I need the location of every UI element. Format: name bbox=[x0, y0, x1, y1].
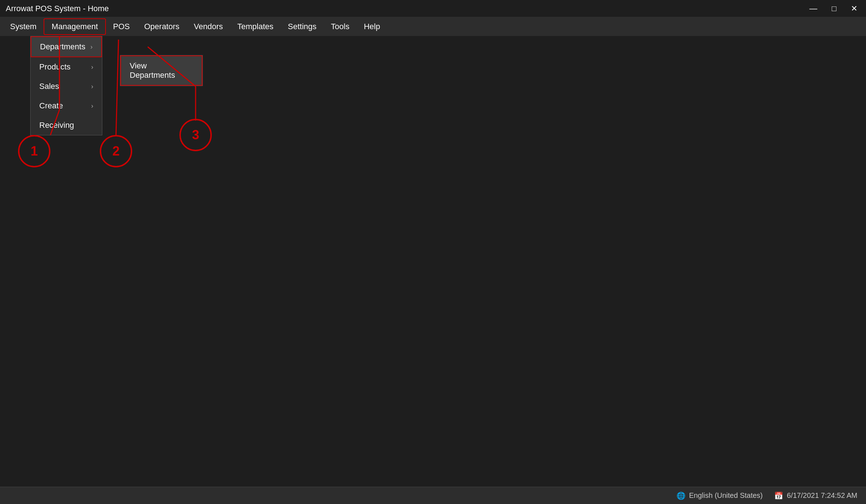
datetime-text: 6/17/2021 7:24:52 AM bbox=[787, 491, 857, 500]
calendar-icon: 📅 bbox=[774, 491, 783, 500]
receiving-label: Receiving bbox=[39, 121, 74, 130]
language-icon: 🌐 bbox=[677, 491, 686, 500]
title-bar: Arrowat POS System - Home — □ ✕ bbox=[0, 0, 866, 17]
svg-line-2 bbox=[116, 40, 119, 135]
minimize-button[interactable]: — bbox=[807, 3, 820, 15]
menu-item-system[interactable]: System bbox=[3, 19, 44, 34]
menu-item-tools[interactable]: Tools bbox=[324, 19, 357, 34]
sales-chevron: › bbox=[91, 83, 93, 90]
management-dropdown-create[interactable]: Create › bbox=[31, 96, 102, 116]
restore-button[interactable]: □ bbox=[829, 3, 839, 15]
language-text: English (United States) bbox=[689, 491, 763, 500]
window-title: Arrowat POS System - Home bbox=[6, 4, 109, 13]
menu-item-vendors[interactable]: Vendors bbox=[187, 19, 230, 34]
menu-item-settings[interactable]: Settings bbox=[281, 19, 324, 34]
status-datetime: 📅 6/17/2021 7:24:52 AM bbox=[774, 491, 857, 500]
menu-item-templates[interactable]: Templates bbox=[230, 19, 281, 34]
departments-label: Departments bbox=[40, 42, 85, 51]
sales-label: Sales bbox=[39, 82, 59, 91]
departments-chevron: › bbox=[90, 43, 93, 51]
management-dropdown-departments[interactable]: Departments › bbox=[31, 36, 102, 57]
view-departments-label: View Departments bbox=[130, 61, 193, 80]
products-label: Products bbox=[39, 62, 71, 72]
annotation-circle-3: 3 bbox=[179, 119, 212, 151]
management-dropdown: Departments › Products › Sales › Create … bbox=[30, 36, 102, 135]
menu-bar: System Management POS Operators Vendors … bbox=[0, 17, 866, 36]
management-dropdown-products[interactable]: Products › bbox=[31, 57, 102, 77]
menu-item-management[interactable]: Management bbox=[44, 18, 106, 35]
annotation-circle-2: 2 bbox=[100, 135, 132, 167]
create-chevron: › bbox=[91, 102, 93, 110]
management-dropdown-sales[interactable]: Sales › bbox=[31, 77, 102, 96]
create-label: Create bbox=[39, 101, 63, 111]
menu-item-pos[interactable]: POS bbox=[106, 19, 137, 34]
window-controls: — □ ✕ bbox=[807, 3, 860, 15]
subdropdown-view-departments[interactable]: View Departments bbox=[120, 55, 202, 86]
menu-item-operators[interactable]: Operators bbox=[137, 19, 187, 34]
menu-item-help[interactable]: Help bbox=[357, 19, 387, 34]
departments-subdropdown: View Departments bbox=[120, 55, 203, 86]
products-chevron: › bbox=[91, 63, 93, 71]
close-button[interactable]: ✕ bbox=[848, 3, 860, 15]
management-dropdown-receiving[interactable]: Receiving bbox=[31, 116, 102, 135]
status-bar: 🌐 English (United States) 📅 6/17/2021 7:… bbox=[0, 487, 866, 504]
status-language: 🌐 English (United States) bbox=[677, 491, 763, 500]
annotation-circle-1: 1 bbox=[18, 135, 50, 167]
